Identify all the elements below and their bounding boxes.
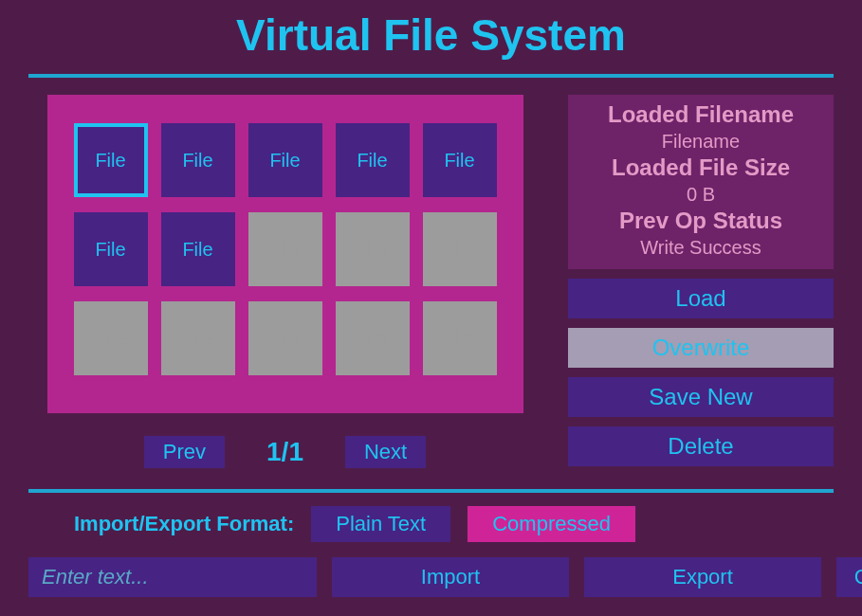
export-button[interactable]: Export	[584, 557, 821, 597]
overwrite-button[interactable]: Overwrite	[568, 328, 834, 368]
loaded-filename-label: Loaded Filename	[576, 100, 826, 129]
format-label: Import/Export Format:	[74, 512, 294, 536]
file-tile-5[interactable]: File	[74, 212, 148, 286]
file-tile-9: File	[423, 212, 497, 286]
format-compressed-button[interactable]: Compressed	[468, 506, 635, 542]
page-indicator: 1/1	[266, 437, 303, 467]
loaded-filename-value: Filename	[576, 129, 826, 154]
prev-button[interactable]: Prev	[144, 436, 225, 468]
page-title: Virtual File System	[28, 9, 834, 61]
file-grid-panel: FileFileFileFileFileFileFileFileFileFile…	[47, 95, 523, 413]
file-tile-8: File	[336, 212, 410, 286]
import-button[interactable]: Import	[332, 557, 569, 597]
file-tile-0[interactable]: File	[74, 123, 148, 197]
clear-button[interactable]: Clear	[836, 557, 862, 597]
save-new-button[interactable]: Save New	[568, 377, 834, 417]
file-tile-12: File	[248, 301, 322, 375]
prev-op-status-label: Prev Op Status	[576, 207, 826, 235]
info-panel: Loaded Filename Filename Loaded File Siz…	[568, 95, 834, 269]
file-tile-6[interactable]: File	[161, 212, 235, 286]
file-tile-2[interactable]: File	[248, 123, 322, 197]
loaded-filesize-value: 0 B	[576, 182, 826, 207]
file-tile-10: File	[74, 301, 148, 375]
delete-button[interactable]: Delete	[568, 426, 834, 466]
file-tile-1[interactable]: File	[161, 123, 235, 197]
file-tile-14: File	[423, 301, 497, 375]
format-plain-button[interactable]: Plain Text	[311, 506, 450, 542]
loaded-filesize-label: Loaded File Size	[576, 154, 826, 182]
divider-top	[28, 74, 834, 78]
file-tile-11: File	[161, 301, 235, 375]
file-tile-13: File	[336, 301, 410, 375]
file-tile-4[interactable]: File	[423, 123, 497, 197]
file-tile-7: File	[248, 212, 322, 286]
load-button[interactable]: Load	[568, 279, 834, 318]
next-button[interactable]: Next	[345, 436, 426, 468]
file-tile-3[interactable]: File	[336, 123, 410, 197]
divider-bottom	[28, 489, 834, 493]
prev-op-status-value: Write Success	[576, 235, 826, 260]
import-export-input[interactable]	[28, 557, 317, 597]
